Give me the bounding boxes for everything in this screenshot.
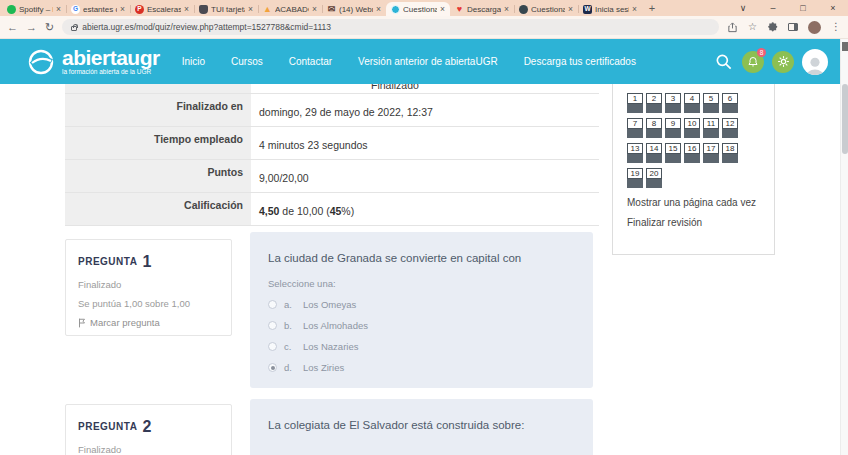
abiertaugr-icon xyxy=(391,5,400,14)
user-avatar[interactable] xyxy=(802,49,828,75)
table-row-calificacion: Calificación 4,50 de 10,00 (45%) xyxy=(65,193,599,226)
question-nav-button[interactable]: 10 xyxy=(684,118,700,138)
browser-tab[interactable]: TUI tarjeta × xyxy=(194,2,258,16)
question-nav-button[interactable]: 15 xyxy=(665,143,681,163)
row-value: 4 minutos 23 segundos xyxy=(251,127,599,159)
row-label: Finalizado en xyxy=(65,94,251,126)
side-panel-icon[interactable] xyxy=(788,23,798,31)
back-button[interactable]: ← xyxy=(7,22,18,33)
browser-menu-icon[interactable]: ⋮ xyxy=(831,22,841,32)
close-icon[interactable]: × xyxy=(184,4,189,14)
browser-tab[interactable]: G estantes de × xyxy=(66,2,130,16)
nav-certificados[interactable]: Descarga tus certificados xyxy=(524,56,636,67)
close-icon[interactable]: × xyxy=(440,4,445,14)
answer-option-c[interactable]: c. Los Nazaries xyxy=(268,341,575,352)
browser-profile-avatar[interactable] xyxy=(808,21,821,34)
browser-tab[interactable]: Spotify – H × xyxy=(2,2,66,16)
browser-tab[interactable]: Cuestionari × xyxy=(514,2,578,16)
show-one-page-link[interactable]: Mostrar una página cada vez xyxy=(627,197,774,208)
close-icon[interactable]: × xyxy=(504,4,509,14)
tab-search-icon[interactable]: ∨ xyxy=(728,0,758,16)
browser-tab[interactable]: P Escaleras fl × xyxy=(130,2,194,16)
scrollbar-thumb[interactable] xyxy=(842,84,848,154)
tab-title: (14) Webm xyxy=(339,5,373,14)
browser-tab[interactable]: ♥ Descargar × xyxy=(450,2,514,16)
flag-icon xyxy=(78,318,86,328)
question-heading: Pregunta1 xyxy=(78,253,219,271)
browser-tab-active[interactable]: Cuestionari × xyxy=(386,2,450,16)
wuolah-icon: W xyxy=(583,5,592,14)
finish-review-link[interactable]: Finalizar revisión xyxy=(627,217,774,228)
close-icon[interactable]: × xyxy=(120,4,125,14)
nav-inicio[interactable]: Inicio xyxy=(182,56,205,67)
bookmark-star-icon[interactable]: ☆ xyxy=(748,22,757,32)
close-icon[interactable]: × xyxy=(376,4,381,14)
question-nav-button[interactable]: 8 xyxy=(646,118,662,138)
question-number-grid: 1 2 3 4 5 6 7 8 9 10 11 12 13 14 15 16 1… xyxy=(613,84,747,188)
logo-tagline: la formación abierta de la UGR xyxy=(62,69,160,76)
radio-icon[interactable] xyxy=(268,300,277,309)
browser-tab[interactable]: W Inicia sesió × xyxy=(578,2,642,16)
question-nav-button[interactable]: 3 xyxy=(665,93,681,113)
settings-button[interactable] xyxy=(772,51,794,73)
question-nav-button[interactable]: 7 xyxy=(627,118,643,138)
flag-question-link[interactable]: Marcar pregunta xyxy=(78,317,219,328)
question-nav-button[interactable]: 1 xyxy=(627,93,643,113)
url-text: abierta.ugr.es/mod/quiz/review.php?attem… xyxy=(82,22,331,32)
extensions-puzzle-icon[interactable] xyxy=(767,22,778,33)
minimize-button[interactable]: – xyxy=(758,0,788,16)
toolbar-actions: ☆ ⋮ xyxy=(727,21,841,34)
close-icon[interactable]: × xyxy=(568,4,573,14)
page: abiertaugr la formación abierta de la UG… xyxy=(0,39,848,455)
forward-button[interactable]: → xyxy=(26,22,37,33)
row-value: 4,50 de 10,00 (45%) xyxy=(251,193,599,225)
share-icon[interactable] xyxy=(727,22,738,33)
close-icon[interactable]: × xyxy=(632,4,637,14)
answer-option-d[interactable]: d. Los Ziries xyxy=(268,362,575,373)
notifications-button[interactable]: 8 xyxy=(742,51,764,73)
nav-cursos[interactable]: Cursos xyxy=(231,56,263,67)
browser-tab[interactable]: ▲ ACABADOS × xyxy=(258,2,322,16)
tab-title: Cuestionari xyxy=(531,5,565,14)
abiertaugr-logo[interactable]: abiertaugr la formación abierta de la UG… xyxy=(26,47,160,77)
scrollbar-arrow[interactable] xyxy=(842,42,848,51)
question-nav-button[interactable]: 13 xyxy=(627,143,643,163)
question-nav-button[interactable]: 5 xyxy=(703,93,719,113)
new-tab-button[interactable]: + xyxy=(642,1,662,16)
answer-prompt: Seleccione una: xyxy=(268,278,575,289)
nav-version-anterior[interactable]: Versión anterior de abiertaUGR xyxy=(358,56,498,67)
row-label: Tiempo empleado xyxy=(65,127,251,159)
reload-button[interactable]: ↻ xyxy=(45,22,54,33)
question-nav-button[interactable]: 14 xyxy=(646,143,662,163)
question-nav-button[interactable]: 6 xyxy=(722,93,738,113)
page-scrollbar[interactable] xyxy=(840,39,848,455)
question-nav-button[interactable]: 12 xyxy=(722,118,738,138)
close-window-button[interactable]: × xyxy=(818,0,848,16)
question-nav-button[interactable]: 18 xyxy=(722,143,738,163)
nav-contactar[interactable]: Contactar xyxy=(289,56,332,67)
google-icon: G xyxy=(71,5,80,14)
radio-icon[interactable] xyxy=(268,363,277,372)
close-icon[interactable]: × xyxy=(312,4,317,14)
question-nav-button[interactable]: 20 xyxy=(646,168,662,188)
answer-option-b[interactable]: b. Los Almohades xyxy=(268,320,575,331)
question-nav-button[interactable]: 19 xyxy=(627,168,643,188)
question-nav-button[interactable]: 2 xyxy=(646,93,662,113)
close-icon[interactable]: × xyxy=(248,4,253,14)
question-nav-button[interactable]: 4 xyxy=(684,93,700,113)
question-nav-button[interactable]: 17 xyxy=(703,143,719,163)
close-icon[interactable]: × xyxy=(56,4,61,14)
question-nav-button[interactable]: 11 xyxy=(703,118,719,138)
main-navigation: Inicio Cursos Contactar Versión anterior… xyxy=(182,56,636,67)
question-1-info-card: Pregunta1 Finalizado Se puntúa 1,00 sobr… xyxy=(65,239,232,336)
radio-icon[interactable] xyxy=(268,342,277,351)
maximize-button[interactable]: □ xyxy=(788,0,818,16)
radio-icon[interactable] xyxy=(268,321,277,330)
answer-option-a[interactable]: a. Los Omeyas xyxy=(268,299,575,310)
browser-tab[interactable]: ✉ (14) Webm × xyxy=(322,2,386,16)
address-bar[interactable]: abierta.ugr.es/mod/quiz/review.php?attem… xyxy=(62,19,719,35)
question-nav-button[interactable]: 16 xyxy=(684,143,700,163)
search-icon[interactable] xyxy=(714,52,734,72)
question-nav-button[interactable]: 9 xyxy=(665,118,681,138)
question-1-body: La ciudad de Granada se convierte en cap… xyxy=(250,232,593,388)
